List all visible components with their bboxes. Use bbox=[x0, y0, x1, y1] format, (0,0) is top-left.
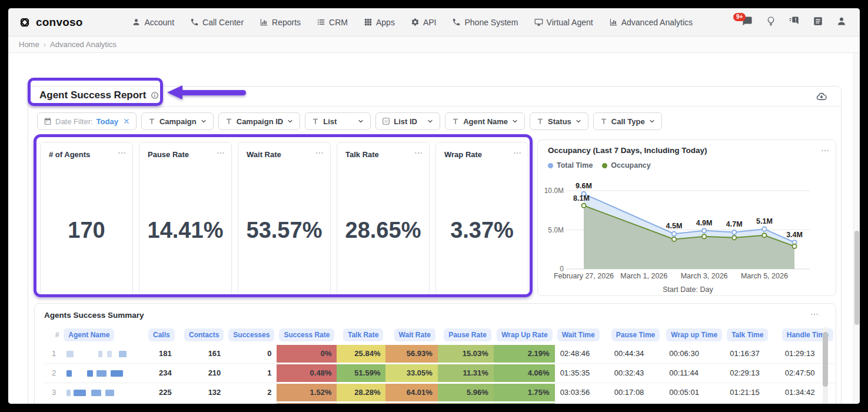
more-options-icon[interactable] bbox=[513, 148, 522, 158]
nav-item-label: Account bbox=[144, 18, 174, 27]
data-point[interactable] bbox=[702, 234, 706, 238]
more-options-icon[interactable] bbox=[820, 146, 830, 155]
info-icon[interactable] bbox=[151, 91, 159, 99]
column-header-: # bbox=[44, 326, 61, 344]
data-point[interactable] bbox=[672, 232, 676, 236]
legend-item-occupancy[interactable]: Occupancy bbox=[602, 161, 650, 170]
column-header-wrap-up-rate[interactable]: Wrap Up Rate bbox=[494, 326, 555, 344]
nav-item-account[interactable]: Account bbox=[132, 18, 174, 27]
column-header-wait-time[interactable]: Wait Time bbox=[555, 326, 609, 344]
column-header-calls[interactable]: Calls bbox=[145, 326, 177, 344]
convoso-logo[interactable]: convoso bbox=[18, 15, 83, 29]
phone-icon bbox=[190, 18, 199, 26]
navbar-utility-icons: 9+ bbox=[742, 16, 850, 29]
clear-filter-icon[interactable] bbox=[123, 118, 130, 125]
x-tick-label: February 27, 2026 bbox=[554, 272, 614, 280]
column-header-label: Wait Time bbox=[557, 328, 600, 341]
filter-chip-status[interactable]: Status bbox=[530, 112, 588, 130]
number-icon bbox=[382, 117, 390, 125]
filter-chip-list[interactable]: List bbox=[305, 112, 371, 130]
cell-talk-time bbox=[724, 402, 780, 404]
more-options-icon[interactable] bbox=[315, 148, 324, 158]
redacted-agent-name bbox=[105, 390, 114, 396]
cell-: 2 bbox=[44, 363, 61, 383]
chevron-down-icon bbox=[357, 118, 364, 125]
column-header-wrap-up-time[interactable]: Wrap up Time bbox=[664, 326, 724, 344]
redacted-agent-name bbox=[74, 390, 86, 396]
cell-wrap-up-time: 00:06:30 bbox=[664, 344, 724, 363]
column-header-label: Wrap up Time bbox=[666, 328, 722, 341]
x-tick-label: March 1, 2026 bbox=[620, 272, 667, 280]
column-header-talk-time[interactable]: Talk Time bbox=[724, 326, 780, 344]
nav-item-call-center[interactable]: Call Center bbox=[190, 18, 244, 27]
kpi-title: Wait Rate bbox=[247, 150, 281, 159]
more-options-icon[interactable] bbox=[117, 148, 127, 158]
table-scrollbar-thumb[interactable] bbox=[823, 332, 828, 387]
data-point-label: 4.9M bbox=[696, 219, 713, 227]
breadcrumb-current: Advanced Analytics bbox=[50, 40, 117, 49]
bar-chart-icon bbox=[260, 18, 268, 26]
data-point[interactable] bbox=[702, 228, 706, 232]
data-point[interactable] bbox=[792, 244, 796, 248]
kpi-title: # of Agents bbox=[49, 150, 90, 159]
breadcrumb-home[interactable]: Home bbox=[19, 40, 39, 49]
cell-wrap-up-time: 00:11:44 bbox=[664, 363, 724, 383]
page-scrollbar[interactable] bbox=[853, 53, 860, 404]
table-scrollbar[interactable] bbox=[823, 327, 828, 404]
data-point-label: 3.4M bbox=[786, 231, 803, 239]
column-header-talk-rate[interactable]: Talk Rate bbox=[337, 326, 385, 344]
nav-item-advanced-analytics[interactable]: Advanced Analytics bbox=[609, 18, 693, 27]
x-tick-label: March 3, 2026 bbox=[681, 272, 728, 280]
column-header-wait-rate[interactable]: Wait Rate bbox=[385, 326, 437, 344]
cell-wrap-up-time bbox=[664, 402, 724, 404]
nav-item-phone-system[interactable]: Phone System bbox=[452, 18, 518, 27]
lightbulb-button[interactable] bbox=[766, 16, 776, 29]
convoso-logo-icon bbox=[18, 15, 32, 29]
more-options-icon[interactable] bbox=[414, 148, 423, 158]
filter-chip-date-filter[interactable]: Date Filter:Today bbox=[37, 112, 137, 130]
notes-button[interactable] bbox=[813, 16, 823, 29]
feedback-button[interactable] bbox=[789, 16, 800, 29]
nav-item-apps[interactable]: Apps bbox=[364, 18, 395, 27]
cell-agent-name bbox=[61, 363, 145, 383]
main-nav: AccountCall CenterReportsCRMAppsAPIPhone… bbox=[83, 18, 742, 27]
filter-chip-call-type[interactable]: Call Type bbox=[593, 112, 662, 130]
filter-chip-agent-name[interactable]: Agent Name bbox=[445, 112, 525, 130]
cloud-download-icon[interactable] bbox=[816, 91, 827, 102]
cell-talk-rate: 25.84% bbox=[337, 344, 385, 363]
profile-button[interactable] bbox=[836, 16, 847, 29]
data-point[interactable] bbox=[581, 204, 586, 208]
page-scrollbar-thumb[interactable] bbox=[854, 231, 859, 325]
more-options-icon[interactable] bbox=[810, 310, 819, 319]
data-point[interactable] bbox=[732, 235, 736, 240]
data-point[interactable] bbox=[732, 230, 736, 234]
filter-chip-campaign[interactable]: Campaign bbox=[141, 112, 214, 130]
cell-talk-time: 02:29:13 bbox=[724, 363, 780, 383]
chat-button[interactable]: 9+ bbox=[742, 16, 753, 29]
nav-item-reports[interactable]: Reports bbox=[260, 18, 301, 27]
nav-item-virtual-agent[interactable]: Virtual Agent bbox=[534, 18, 593, 27]
cell-success-rate: 0.48% bbox=[277, 363, 337, 383]
nav-item-crm[interactable]: CRM bbox=[317, 18, 348, 27]
screenshot-frame: convoso AccountCall CenterReportsCRMApps… bbox=[0, 0, 868, 412]
column-header-pause-time[interactable]: Pause Time bbox=[609, 326, 664, 344]
column-header-success-rate[interactable]: Success Rate bbox=[277, 326, 337, 344]
more-options-icon[interactable] bbox=[216, 148, 225, 158]
data-point[interactable] bbox=[762, 227, 766, 231]
column-header-label: Success Rate bbox=[279, 328, 334, 341]
column-header-pause-rate[interactable]: Pause Rate bbox=[438, 326, 494, 344]
column-header-contacts[interactable]: Contacts bbox=[177, 326, 227, 344]
cell-wait-rate: 56.93% bbox=[385, 344, 437, 363]
column-header-label: Contacts bbox=[184, 328, 224, 341]
column-header-agent-name[interactable]: Agent Name bbox=[61, 326, 145, 344]
filter-chip-campaign-id[interactable]: Campaign ID bbox=[218, 112, 300, 130]
column-header-label: Talk Rate bbox=[343, 328, 383, 341]
nav-item-api[interactable]: API bbox=[411, 18, 437, 27]
cell-calls: 181 bbox=[145, 344, 177, 363]
data-point[interactable] bbox=[762, 233, 766, 237]
data-point[interactable] bbox=[672, 237, 676, 241]
column-header-successes[interactable]: Successes bbox=[226, 326, 277, 344]
legend-label: Occupancy bbox=[611, 161, 650, 170]
filter-chip-list-id[interactable]: List ID bbox=[375, 112, 440, 130]
legend-item-total-time[interactable]: Total Time bbox=[548, 161, 593, 170]
